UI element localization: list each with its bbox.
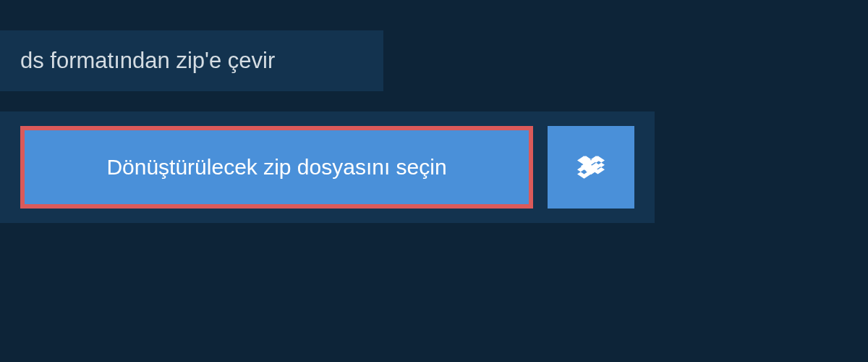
select-file-button[interactable]: Dönüştürülecek zip dosyasını seçin: [20, 126, 533, 209]
title-bar: ds formatından zip'e çevir: [0, 30, 383, 91]
dropbox-icon: [577, 153, 605, 181]
action-panel: Dönüştürülecek zip dosyasını seçin: [0, 111, 655, 223]
dropbox-button[interactable]: [548, 126, 634, 209]
page-title: ds formatından zip'e çevir: [20, 48, 363, 74]
select-file-label: Dönüştürülecek zip dosyasını seçin: [106, 155, 446, 180]
